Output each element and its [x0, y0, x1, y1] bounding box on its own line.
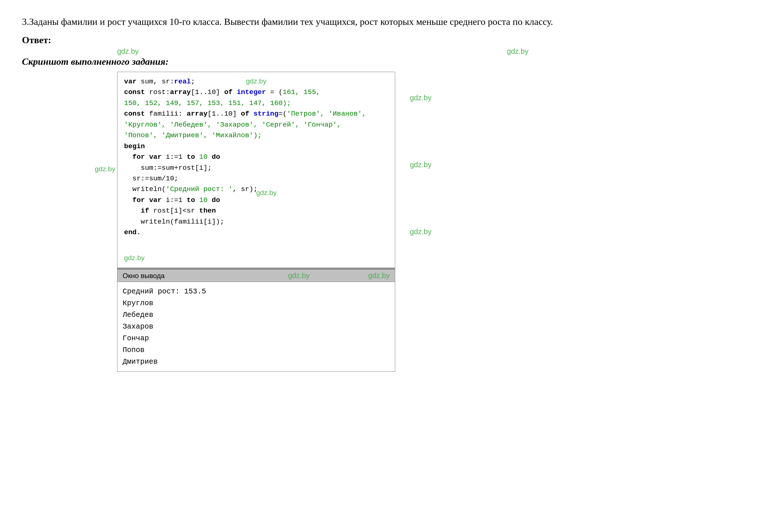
code-line-9-wrapper: gdz.by sum:=sum+rost[i]; — [124, 163, 388, 173]
output-line-2: Круглов — [123, 297, 390, 309]
code-line-6: 'Попов', 'Дмитриев', 'Михайлов'); — [124, 130, 388, 141]
code-line-13: if rost[i]<sr then — [124, 206, 388, 216]
ide-container: gdz.by var sum, sr:real; const rost:arra… — [117, 72, 395, 372]
code-line-11: writeln('Средний рост: ', sr); — [124, 184, 388, 195]
code-line-12: for var i:=1 to 10 do — [124, 195, 388, 206]
watermark-right-2: gdz.by — [410, 161, 431, 169]
code-line-15: end. — [124, 227, 388, 238]
output-header-label: Окно вывода — [123, 272, 165, 280]
code-line-8: for var i:=1 to 10 do — [124, 152, 388, 162]
code-line-3: 150, 152, 149, 157, 153, 151, 147, 160); — [124, 98, 388, 109]
code-line-2: const rost:array[1..10] of integer = (16… — [124, 87, 388, 98]
code-area: gdz.by var sum, sr:real; const rost:arra… — [117, 72, 395, 268]
code-line-10: sr:=sum/10; — [124, 173, 388, 184]
output-header: Окно вывода gdz.by gdz.by — [117, 270, 395, 282]
watermark-right-1: gdz.by — [410, 94, 431, 102]
watermark-2: gdz.by — [507, 47, 528, 56]
output-header-row: Окно вывода gdz.by gdz.by — [123, 271, 390, 280]
watermark-output-1: gdz.by — [288, 271, 310, 280]
code-line-4: const familii: array[1..10] of string=('… — [124, 109, 388, 119]
task-description: Заданы фамилии и рост учащихся 10-го кла… — [29, 16, 553, 27]
output-line-5: Гончар — [123, 333, 390, 344]
output-header-watermarks: gdz.by gdz.by — [288, 271, 390, 280]
code-line-7: begin — [124, 141, 388, 152]
output-area: Средний рост: 153.5 Круглов Лебедев Заха… — [117, 282, 395, 371]
watermark-output-2: gdz.by — [368, 271, 390, 280]
watermark-code-bottom-left: gdz.by — [124, 252, 388, 263]
output-line-7: Дмитриев — [123, 356, 390, 368]
code-line-14: writeln(familii[i]); — [124, 217, 388, 227]
watermark-code-left: gdz.by — [95, 164, 115, 174]
screenshot-label: Скриншот выполненного задания: — [22, 56, 748, 67]
answer-label: Ответ: — [22, 35, 748, 46]
output-line-6: Попов — [123, 344, 390, 356]
output-line-1: Средний рост: 153.5 — [123, 286, 390, 297]
output-line-3: Лебедев — [123, 309, 390, 321]
output-line-4: Захаров — [123, 321, 390, 333]
code-line-5: 'Круглов', 'Лебедев', 'Захаров', 'Сергей… — [124, 120, 388, 130]
watermark-right-3: gdz.by — [410, 228, 431, 236]
right-watermarks: gdz.by gdz.by gdz.by — [410, 72, 431, 236]
code-line-9: sum:=sum+rost[i]; — [124, 163, 388, 173]
code-bottom-spacer — [124, 242, 388, 252]
watermark-1: gdz.by — [117, 47, 139, 56]
task-number: 3. — [22, 16, 29, 27]
code-line-1: var sum, sr:real; — [124, 76, 388, 87]
task-text: 3.Заданы фамилии и рост учащихся 10-го к… — [22, 15, 748, 29]
